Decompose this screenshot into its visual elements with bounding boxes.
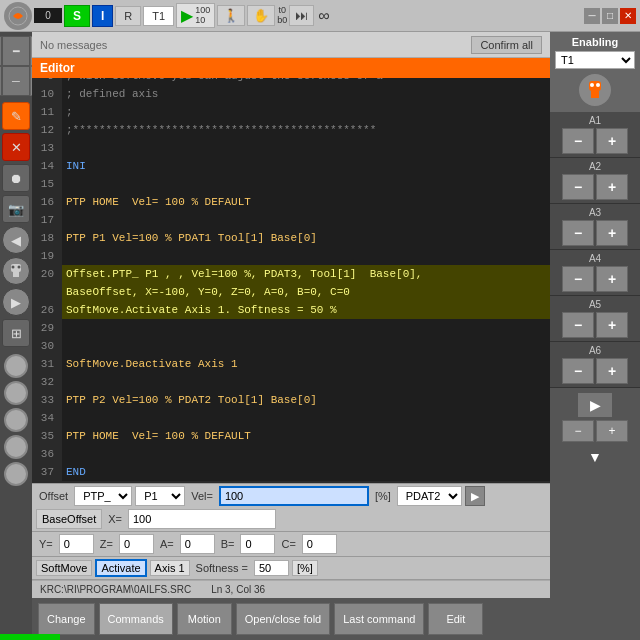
tool-edit-btn[interactable]: ✎ [2,102,30,130]
a5-minus-button[interactable]: − [562,312,594,338]
tool-stop-btn[interactable]: ✕ [2,133,30,161]
code-line[interactable]: 12;*************************************… [32,121,550,139]
line-number: 37 [32,463,62,481]
hand-icon-btn[interactable]: ✋ [247,5,275,26]
b-input[interactable] [240,534,275,554]
walk-icon-btn[interactable]: 🚶 [217,5,245,26]
right-plus-small-button[interactable]: + [596,420,628,442]
btn-r[interactable]: R [115,6,141,26]
code-line[interactable]: 18PTP P1 Vel=100 % PDAT1 Tool[1] Base[0] [32,229,550,247]
confirm-all-button[interactable]: Confirm all [471,36,542,54]
z-input[interactable] [119,534,154,554]
line-number: 15 [32,175,62,193]
a4-plus-button[interactable]: + [596,266,628,292]
code-line[interactable]: 30 [32,337,550,355]
tool-robot-btn[interactable] [2,257,30,285]
open-close-fold-button[interactable]: Open/close fold [236,603,330,635]
y-input[interactable] [59,534,94,554]
tool-record-btn[interactable]: ⏺ [2,164,30,192]
softness-input[interactable] [254,560,289,576]
tool-camera-btn[interactable]: 📷 [2,195,30,223]
robot-circle-btn[interactable] [577,72,613,108]
a4-minus-button[interactable]: − [562,266,594,292]
vel-input[interactable] [219,486,369,506]
code-line[interactable]: 17 [32,211,550,229]
code-line[interactable]: 19 [32,247,550,265]
bottom-buttons: Change Commands Motion Open/close fold L… [32,598,550,640]
code-line[interactable]: BaseOffset, X=-100, Y=0, Z=0, A=0, B=0, … [32,283,550,301]
infinity-icon: ∞ [318,7,329,25]
sidebar-mini-2[interactable]: ━ [2,36,30,66]
commands-button[interactable]: Commands [99,603,173,635]
sidebar-mini-4[interactable]: ─ [2,66,30,96]
a3-minus-button[interactable]: − [562,220,594,246]
tool-play-btn[interactable]: ▶ [2,288,30,316]
svg-point-8 [596,83,600,87]
close-button[interactable]: ✕ [620,8,636,24]
param-arrow-button[interactable]: ▶ [465,486,485,506]
line-content: ; With SoftMove you can adjust the softn… [62,78,550,85]
indicator-3 [4,408,28,432]
a2-plus-button[interactable]: + [596,174,628,200]
progress-bar [0,634,60,640]
file-path: KRC:\RI\PROGRAM\0AILFS.SRC [40,584,191,595]
right-minus-small-button[interactable]: − [562,420,594,442]
editor-body[interactable]: 1DEF 0allfs()2;*************************… [32,78,550,481]
edit-button[interactable]: Edit [428,603,483,635]
pdat-dropdown[interactable]: PDAT2 [397,486,462,506]
code-line[interactable]: 29 [32,319,550,337]
c-input[interactable] [302,534,337,554]
code-line[interactable]: 20Offset.PTP_ P1 , , Vel=100 %, PDAT3, T… [32,265,550,283]
base-offset-button[interactable]: BaseOffset [36,509,102,529]
messages-text: No messages [40,39,471,51]
btn-t1[interactable]: T1 [143,6,174,26]
minimize-button[interactable]: ─ [584,8,600,24]
code-line[interactable]: 34 [32,409,550,427]
btn-i[interactable]: I [92,5,113,27]
line-number: 16 [32,193,62,211]
ptp-dropdown[interactable]: PTP_ [74,486,132,506]
a6-plus-button[interactable]: + [596,358,628,384]
code-line[interactable]: 26SoftMove.Activate Axis 1. Softness = 5… [32,301,550,319]
softmove-activate[interactable]: Activate [95,559,146,577]
a6-minus-button[interactable]: − [562,358,594,384]
code-line[interactable]: 16PTP HOME Vel= 100 % DEFAULT [32,193,550,211]
a5-plus-button[interactable]: + [596,312,628,338]
change-button[interactable]: Change [38,603,95,635]
param-row-2: Y= Z= A= B= C= [32,532,550,557]
right-up-arrow-button[interactable]: ▶ [577,392,613,418]
code-line[interactable]: 31SoftMove.Deactivate Axis 1 [32,355,550,373]
vel-unit: [%] [372,489,394,503]
editor-container: Editor 1DEF 0allfs()2;******************… [32,58,550,483]
a1-plus-button[interactable]: + [596,128,628,154]
code-line[interactable]: 13 [32,139,550,157]
code-line[interactable]: 35PTP HOME Vel= 100 % DEFAULT [32,427,550,445]
code-line[interactable]: 14INI [32,157,550,175]
motion-button[interactable]: Motion [177,603,232,635]
code-line[interactable]: 11; [32,103,550,121]
tool-back-btn[interactable]: ◀ [2,226,30,254]
last-command-button[interactable]: Last command [334,603,424,635]
a1-minus-button[interactable]: − [562,128,594,154]
p1-dropdown[interactable]: P1 [135,486,185,506]
a-input[interactable] [180,534,215,554]
tool-grid-btn[interactable]: ⊞ [2,319,30,347]
t1-select[interactable]: T1 [555,51,635,69]
maximize-button[interactable]: □ [602,8,618,24]
code-line[interactable]: 9; With SoftMove you can adjust the soft… [32,78,550,85]
a2-minus-button[interactable]: − [562,174,594,200]
code-line[interactable]: 36 [32,445,550,463]
code-line[interactable]: 15 [32,175,550,193]
right-down-arrow-button[interactable]: ▼ [577,444,613,470]
code-line[interactable]: 32 [32,373,550,391]
skip-icon-btn[interactable]: ⏭ [289,5,314,26]
code-line[interactable]: 10; defined axis [32,85,550,103]
softmove-axis[interactable]: Axis 1 [150,560,190,576]
btn-s[interactable]: S [64,5,90,27]
x-input[interactable] [128,509,276,529]
line-content [62,337,550,355]
code-line[interactable]: 33PTP P2 Vel=100 % PDAT2 Tool[1] Base[0] [32,391,550,409]
code-line[interactable]: 37END [32,463,550,481]
a2-label: A2 [589,161,601,172]
a3-plus-button[interactable]: + [596,220,628,246]
